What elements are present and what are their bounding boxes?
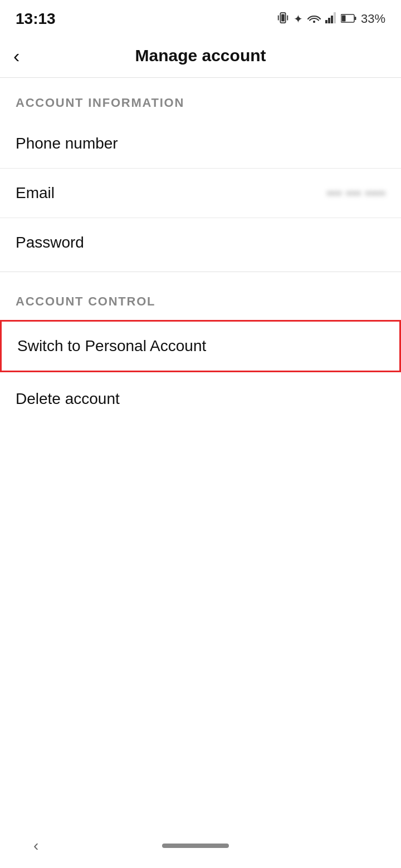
battery-icon: [341, 13, 356, 26]
section-divider: [0, 272, 401, 272]
back-icon: ‹: [13, 45, 19, 66]
account-control-header: ACCOUNT CONTROL: [0, 277, 401, 318]
svg-rect-1: [281, 14, 285, 21]
bottom-nav: ‹: [0, 823, 401, 868]
bottom-back-button[interactable]: ‹: [33, 837, 38, 855]
wifi-icon: [307, 13, 321, 26]
sparkle-icon: ✦: [294, 12, 303, 26]
switch-to-personal-label: Switch to Personal Account: [17, 337, 206, 355]
home-indicator: [162, 844, 229, 848]
status-icons: ✦: [277, 12, 385, 27]
svg-point-4: [313, 21, 315, 23]
vibrate-icon: [277, 12, 289, 27]
svg-marker-7: [331, 16, 333, 23]
status-bar: 13:13 ✦: [0, 0, 401, 33]
status-time: 13:13: [16, 10, 56, 28]
back-button[interactable]: ‹: [13, 46, 19, 65]
delete-account-label: Delete account: [16, 390, 120, 408]
svg-marker-5: [325, 20, 327, 23]
email-value: ••• ••• ••••: [327, 185, 385, 202]
phone-number-item[interactable]: Phone number: [0, 119, 401, 169]
email-item[interactable]: Email ••• ••• ••••: [0, 169, 401, 218]
delete-account-item[interactable]: Delete account: [0, 374, 401, 423]
svg-marker-6: [328, 18, 330, 23]
password-item[interactable]: Password: [0, 218, 401, 267]
account-information-section: ACCOUNT INFORMATION Phone number Email •…: [0, 78, 401, 267]
svg-rect-2: [278, 15, 279, 20]
account-information-header: ACCOUNT INFORMATION: [0, 78, 401, 119]
nav-bar: ‹ Manage account: [0, 33, 401, 78]
svg-marker-8: [334, 12, 336, 23]
svg-rect-10: [354, 17, 356, 20]
password-label: Password: [16, 234, 84, 251]
email-label: Email: [16, 184, 55, 202]
bottom-back-icon: ‹: [33, 837, 38, 854]
switch-to-personal-item[interactable]: Switch to Personal Account: [0, 320, 401, 372]
battery-percent: 33%: [361, 12, 385, 26]
phone-number-label: Phone number: [16, 135, 118, 152]
account-control-section: ACCOUNT CONTROL Switch to Personal Accou…: [0, 277, 401, 423]
signal-icon: [325, 12, 336, 26]
svg-rect-3: [287, 15, 288, 20]
svg-rect-11: [341, 15, 345, 21]
page-title: Manage account: [135, 46, 266, 65]
